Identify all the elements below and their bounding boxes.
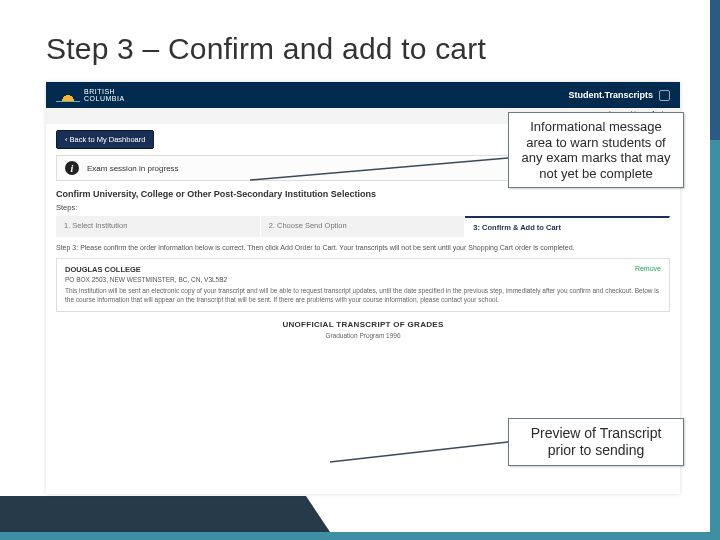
- slide: Step 3 – Confirm and add to cart BRITISH…: [0, 0, 720, 540]
- annotation-transcript-preview: Preview of Transcript prior to sending: [508, 418, 684, 466]
- svg-line-0: [250, 158, 508, 180]
- step-tabs: 1. Select Institution 2. Choose Send Opt…: [56, 216, 670, 237]
- unofficial-heading: UNOFFICIAL TRANSCRIPT OF GRADES: [46, 320, 680, 329]
- tab-step-3[interactable]: 3: Confirm & Add to Cart: [465, 216, 670, 237]
- institution-address: PO BOX 2503, NEW WESTMINSTER, BC, CN, V3…: [65, 276, 661, 283]
- step-description: Step 3: Please confirm the order informa…: [56, 243, 670, 252]
- info-icon: i: [65, 161, 79, 175]
- annotation-info-area: Informational message area to warn stude…: [508, 112, 684, 188]
- accent-right: [710, 0, 720, 540]
- steps-label: Steps:: [56, 203, 670, 212]
- sun-icon: [56, 88, 80, 102]
- accent-triangle: [306, 496, 330, 532]
- slide-title: Step 3 – Confirm and add to cart: [46, 32, 486, 66]
- back-button[interactable]: ‹ Back to My Dashboard: [56, 130, 154, 149]
- accent-dark-band: [0, 496, 306, 532]
- doc-icon[interactable]: [659, 90, 670, 101]
- institution-card: DOUGLAS COLLEGE Remove PO BOX 2503, NEW …: [56, 258, 670, 312]
- brand-line1: BRITISH: [84, 88, 125, 95]
- pointer-line-bottom: [330, 438, 520, 468]
- graduation-program: Graduation Program 1996: [46, 332, 680, 339]
- service-name: Student.Transcripts: [568, 90, 653, 100]
- brand-line2: COLUMBIA: [84, 95, 125, 102]
- tab-step-1[interactable]: 1. Select Institution: [56, 216, 261, 237]
- section-heading: Confirm University, College or Other Pos…: [56, 189, 670, 199]
- tab-step-2[interactable]: 2. Choose Send Option: [261, 216, 466, 237]
- info-message-text: Exam session in progress: [87, 164, 179, 173]
- app-header: BRITISH COLUMBIA Student.Transcripts: [46, 82, 680, 108]
- institution-blurb: This institution will be sent an electro…: [65, 287, 661, 305]
- bc-logo: BRITISH COLUMBIA: [56, 88, 125, 102]
- pointer-line-top: [250, 152, 520, 182]
- remove-link[interactable]: Remove: [635, 265, 661, 274]
- svg-line-1: [330, 442, 508, 462]
- accent-bottom: [0, 532, 720, 540]
- header-right: Student.Transcripts: [568, 90, 670, 101]
- institution-name: DOUGLAS COLLEGE: [65, 265, 141, 274]
